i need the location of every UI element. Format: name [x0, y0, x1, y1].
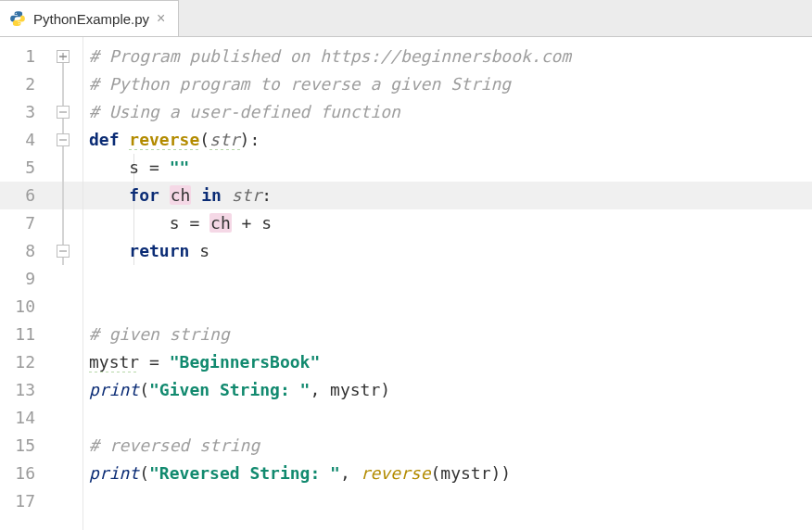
code-line[interactable]: # Using a user-defined function: [83, 98, 812, 126]
code-line[interactable]: print("Reversed String: ", reverse(mystr…: [83, 460, 812, 487]
code-line[interactable]: # given string: [83, 321, 812, 348]
code-editor[interactable]: 1234 5678 9101112 13141516 17: [0, 37, 812, 530]
fold-gutter: [44, 37, 83, 530]
python-file-icon: [9, 10, 26, 27]
fold-toggle-icon[interactable]: [57, 106, 70, 119]
close-tab-button[interactable]: ×: [157, 10, 165, 27]
code-line[interactable]: # Program published on https://beginners…: [83, 43, 812, 70]
fold-toggle-icon[interactable]: [57, 245, 70, 258]
code-line[interactable]: [83, 487, 812, 515]
line-number-gutter: 1234 5678 9101112 13141516 17: [0, 37, 44, 530]
code-line[interactable]: s = "": [83, 154, 812, 182]
code-line[interactable]: print("Given String: ", mystr): [83, 376, 812, 404]
code-area[interactable]: # Program published on https://beginners…: [83, 37, 812, 530]
code-line[interactable]: for ch in str:: [83, 182, 812, 209]
code-line[interactable]: return s: [83, 237, 812, 265]
fold-toggle-icon[interactable]: [57, 133, 70, 146]
code-line[interactable]: [83, 404, 812, 432]
file-tab[interactable]: PythonExample.py ×: [0, 0, 179, 36]
code-line[interactable]: [83, 293, 812, 321]
code-line[interactable]: # Python program to reverse a given Stri…: [83, 70, 812, 98]
tab-bar: PythonExample.py ×: [0, 0, 812, 37]
code-line[interactable]: def reverse(str):: [83, 126, 812, 154]
code-line[interactable]: mystr = "BeginnersBook": [83, 348, 812, 376]
fold-toggle-icon[interactable]: [57, 50, 70, 63]
tab-filename: PythonExample.py: [33, 11, 149, 27]
code-line[interactable]: [83, 265, 812, 293]
code-line[interactable]: s = ch + s: [83, 209, 812, 237]
code-line[interactable]: # reversed string: [83, 432, 812, 460]
